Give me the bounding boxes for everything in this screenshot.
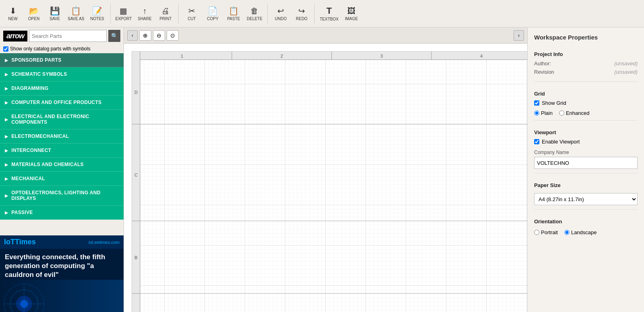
category-arrow-icon: ▶ <box>5 58 8 62</box>
image-icon: 🖼 <box>347 6 355 16</box>
category-materials[interactable]: ▶ MATERIALS AND CHEMICALS <box>0 158 124 172</box>
image-button[interactable]: 🖼 IMAGE <box>342 2 361 25</box>
category-label: SPONSORED PARTS <box>11 57 61 63</box>
category-electrical[interactable]: ▶ ELECTRICAL AND ELECTRONIC COMPONENTS <box>0 110 124 129</box>
category-label: PASSIVE <box>11 210 33 215</box>
category-schematic[interactable]: ▶ SCHEMATIC SYMBOLS <box>0 67 124 81</box>
share-button[interactable]: ↑ SHARE <box>135 2 154 25</box>
sidebar-header: arrow 🔍 <box>0 27 124 44</box>
paste-label: PASTE <box>227 17 240 21</box>
category-arrow-icon: ▶ <box>5 210 8 215</box>
category-mechanical[interactable]: ▶ MECHANICAL <box>0 172 124 186</box>
cut-button[interactable]: ✂ CUT <box>182 2 201 25</box>
catalog-checkbox[interactable] <box>3 46 8 52</box>
schematic-canvas[interactable]: 1 2 3 4 5 D C B <box>124 44 527 312</box>
right-panel: Workspace Properties Project Info Author… <box>527 27 644 312</box>
copy-button[interactable]: 📄 COPY <box>203 2 222 25</box>
category-computer[interactable]: ▶ COMPUTER AND OFFICE PRODUCTS <box>0 96 124 110</box>
category-sponsored[interactable]: ▶ SPONSORED PARTS <box>0 53 124 67</box>
divider-3 <box>534 173 638 173</box>
open-button[interactable]: 📂 OPEN <box>24 2 43 25</box>
category-diagramming[interactable]: ▶ DIAGRAMMING <box>0 81 124 96</box>
canvas-toolbar: ‹ ⊕ ⊖ ⊙ › <box>124 27 527 44</box>
search-input[interactable] <box>29 30 107 42</box>
save-icon: 💾 <box>50 6 60 16</box>
landscape-radio-option[interactable]: Landscape <box>564 229 597 235</box>
textbox-button[interactable]: T TEXTBOX <box>318 2 340 25</box>
svg-text:B: B <box>134 255 137 260</box>
zoom-out-button[interactable]: ⊖ <box>153 30 165 41</box>
author-value: (unsaved) <box>614 60 638 67</box>
copy-label: COPY <box>207 17 218 21</box>
paste-icon: 📋 <box>229 6 239 16</box>
zoom-in-button[interactable]: ⊕ <box>139 30 151 41</box>
plain-radio[interactable] <box>534 110 539 116</box>
svg-text:1: 1 <box>181 54 183 58</box>
textbox-icon: T <box>326 6 332 16</box>
paper-size-select[interactable]: A4 (8.27in x 11.7in)A3A2Letter <box>534 193 638 205</box>
svg-text:2: 2 <box>281 54 283 58</box>
ad-text: Everything connected, the fifth generati… <box>0 249 124 283</box>
svg-rect-8 <box>132 52 527 312</box>
parts-list[interactable]: ▶ SPONSORED PARTS ▶ SCHEMATIC SYMBOLS ▶ … <box>0 53 124 235</box>
export-button[interactable]: ▦ EXPORT <box>114 2 134 25</box>
copy-icon: 📄 <box>208 6 218 16</box>
category-interconnect[interactable]: ▶ INTERCONNECT <box>0 144 124 158</box>
enhanced-radio-option[interactable]: Enhanced <box>559 110 590 116</box>
plain-radio-option[interactable]: Plain <box>534 110 553 116</box>
export-label: EXPORT <box>116 17 132 21</box>
category-passive[interactable]: ▶ PASSIVE <box>0 206 124 220</box>
delete-button[interactable]: 🗑 DELETE <box>245 2 264 25</box>
arrow-logo: arrow <box>3 31 27 42</box>
save-button[interactable]: 💾 SAVE <box>45 2 64 25</box>
new-button[interactable]: ⬇ NEW <box>3 2 23 25</box>
canvas-area: ‹ ⊕ ⊖ ⊙ › <box>124 27 527 312</box>
category-arrow-icon: ▶ <box>5 162 8 167</box>
canvas-nav-left-button[interactable]: ‹ <box>127 30 138 41</box>
category-label: ELECTROMECHANICAL <box>11 133 69 139</box>
notes-button[interactable]: 📝 NOTES <box>88 2 107 25</box>
print-button[interactable]: 🖨 PRINT <box>156 2 175 25</box>
category-arrow-icon: ▶ <box>5 100 8 105</box>
svg-text:4: 4 <box>480 54 483 58</box>
cut-label: CUT <box>188 17 196 21</box>
enable-viewport-label: Enable Viewport <box>542 139 580 145</box>
zoom-fit-button[interactable]: ⊙ <box>167 30 179 41</box>
portrait-radio-option[interactable]: Portrait <box>534 229 558 235</box>
company-name-input[interactable] <box>534 157 638 169</box>
divider-2 <box>534 120 638 121</box>
share-icon: ↑ <box>142 6 147 16</box>
ad-header: IoTTimes iot.eetimes.com <box>0 235 124 249</box>
author-label: Author: <box>534 60 551 67</box>
undo-button[interactable]: ↩ UNDO <box>271 2 290 25</box>
category-arrow-icon: ▶ <box>5 134 8 139</box>
orientation-group: Portrait Landscape <box>534 229 638 235</box>
show-grid-checkbox[interactable] <box>534 100 539 106</box>
paste-button[interactable]: 📋 PASTE <box>224 2 243 25</box>
category-arrow-icon: ▶ <box>5 193 8 198</box>
delete-icon: 🗑 <box>250 6 258 16</box>
category-label: SCHEMATIC SYMBOLS <box>11 71 67 77</box>
paper-size-title: Paper Size <box>534 182 638 188</box>
new-icon: ⬇ <box>10 6 17 16</box>
save-as-button[interactable]: 📋 SAVE AS <box>66 2 86 25</box>
search-button[interactable]: 🔍 <box>108 30 120 42</box>
open-label: OPEN <box>28 17 39 21</box>
ad-image <box>0 280 124 312</box>
category-electromechanical[interactable]: ▶ ELECTROMECHANICAL <box>0 129 124 144</box>
landscape-radio[interactable] <box>564 230 570 235</box>
save-label: SAVE <box>50 17 60 21</box>
category-arrow-icon: ▶ <box>5 72 8 77</box>
redo-button[interactable]: ↪ REDO <box>292 2 311 25</box>
svg-text:C: C <box>134 173 138 177</box>
enable-viewport-checkbox[interactable] <box>534 139 539 144</box>
redo-label: REDO <box>296 17 308 21</box>
enhanced-radio[interactable] <box>559 110 564 116</box>
portrait-radio[interactable] <box>534 230 539 235</box>
canvas-nav-right-button[interactable]: › <box>514 30 524 41</box>
category-label: INTERCONNECT <box>11 148 51 153</box>
category-optoelectronics[interactable]: ▶ OPTOELECTRONICS, LIGHTING AND DISPLAYS <box>0 186 124 206</box>
category-arrow-icon: ▶ <box>5 86 8 91</box>
divider-1 <box>534 81 638 82</box>
separator-4 <box>314 4 315 24</box>
